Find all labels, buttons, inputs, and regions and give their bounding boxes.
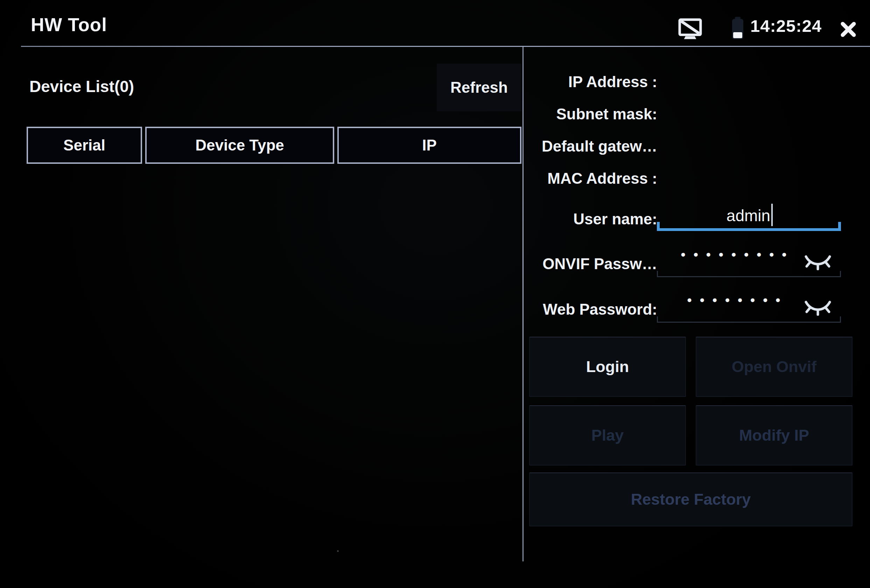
status-clock: 14:25:24: [750, 16, 828, 36]
web-password-input[interactable]: ●●●●●●●●: [657, 293, 842, 323]
onvif-show-password-eye-icon[interactable]: [804, 253, 832, 270]
username-underline: [657, 228, 841, 231]
device-table-body: [27, 165, 520, 558]
web-show-password-eye-icon[interactable]: [804, 299, 832, 316]
panel-divider: [523, 47, 524, 561]
modify-ip-button[interactable]: Modify IP: [696, 405, 852, 466]
username-input[interactable]: admin: [657, 201, 842, 231]
restore-factory-button[interactable]: Restore Factory: [529, 472, 852, 526]
refresh-button-label: Refresh: [450, 79, 508, 96]
onvif-password-masked-value: ●●●●●●●●●: [678, 249, 797, 259]
login-button[interactable]: Login: [529, 337, 686, 397]
username-value: admin: [727, 207, 770, 225]
column-header-ip: IP: [337, 127, 521, 164]
close-icon[interactable]: [839, 20, 857, 39]
onvif-password-underline: [657, 276, 841, 277]
device-table-header: Serial Device Type IP: [27, 127, 521, 164]
username-label: User name:: [525, 210, 657, 228]
display-off-icon: [678, 18, 702, 40]
app-title: HW Tool: [31, 14, 107, 35]
onvif-password-input[interactable]: ●●●●●●●●●: [657, 247, 842, 277]
text-cursor: [771, 204, 773, 226]
play-button[interactable]: Play: [529, 405, 686, 466]
column-header-serial: Serial: [27, 127, 142, 164]
mac-address-label: MAC Address :: [525, 170, 657, 188]
subnet-mask-label: Subnet mask:: [525, 105, 657, 123]
web-password-masked-value: ●●●●●●●●: [678, 295, 797, 305]
default-gateway-label: Default gatew…: [525, 137, 657, 155]
web-password-underline: [657, 322, 841, 323]
device-list-title: Device List(0): [30, 77, 134, 96]
column-header-device-type: Device Type: [145, 127, 334, 164]
open-onvif-button[interactable]: Open Onvif: [696, 337, 852, 397]
screen-artifact-dot: [337, 550, 339, 552]
onvif-password-label: ONVIF Passw…: [525, 255, 657, 273]
web-password-label: Web Password:: [525, 300, 657, 319]
refresh-button[interactable]: Refresh: [437, 64, 521, 111]
battery-charge-level: [733, 32, 742, 38]
titlebar-divider: [21, 46, 870, 47]
ip-address-label: IP Address :: [525, 73, 657, 91]
battery-low-icon: [732, 17, 743, 39]
battery-body: [732, 19, 743, 39]
